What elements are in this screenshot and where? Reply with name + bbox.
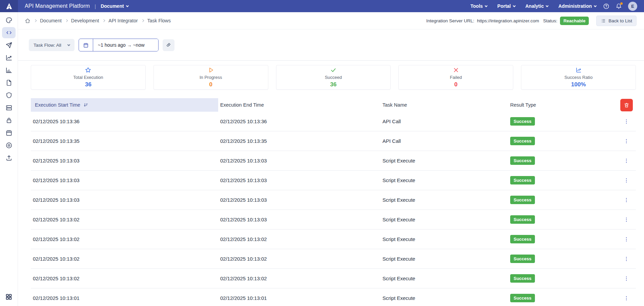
result-type: Success: [508, 176, 617, 184]
sidebar-item-observe[interactable]: [2, 140, 16, 151]
table-row: 02/12/2025 10:13:03 02/12/2025 10:13:03 …: [31, 190, 636, 210]
task-flow-select[interactable]: Task Flow: All: [29, 39, 75, 51]
notifications-button[interactable]: [616, 3, 622, 9]
stat-cards: Total Execution 36 In Progress 0: [31, 65, 636, 90]
sidebar-item-theme[interactable]: [2, 15, 16, 26]
table-body: 02/12/2025 10:13:36 02/12/2025 10:13:36 …: [31, 112, 636, 306]
clear-filters-button[interactable]: [163, 39, 174, 51]
breadcrumb-item[interactable]: Document: [40, 18, 62, 23]
sidebar-item-monitoring[interactable]: [2, 65, 16, 76]
navbar-menu-item[interactable]: Portal: [497, 3, 515, 9]
result-type: Success: [508, 235, 617, 243]
app-title: API Management Platform: [25, 3, 90, 9]
server-url-label: Integration Server URL:: [426, 18, 474, 23]
vertical-dots-icon: [623, 217, 629, 223]
row-actions-button[interactable]: [623, 256, 629, 262]
execution-end-time: 02/12/2025 10:13:03: [218, 158, 380, 163]
execution-start-time: 02/12/2025 10:13:02: [31, 217, 218, 222]
row-actions-button[interactable]: [623, 295, 629, 301]
main-content: Document Development API Integrator Task…: [18, 12, 644, 306]
stat-label: Succeed: [325, 75, 342, 80]
navbar-menu-item[interactable]: Tools: [471, 3, 487, 9]
upload-icon: [5, 154, 13, 161]
table-row: 02/12/2025 10:13:02 02/12/2025 10:13:03 …: [31, 210, 636, 230]
row-actions-button[interactable]: [623, 158, 629, 164]
sidebar-item-export[interactable]: [2, 152, 16, 163]
sidebar-item-security[interactable]: [2, 90, 16, 101]
sidebar-item-schedules[interactable]: [2, 127, 16, 138]
stat-card: Total Execution 36: [31, 65, 146, 90]
execution-start-time: 02/12/2025 10:13:02: [31, 276, 218, 281]
task-name: API Call: [380, 138, 508, 144]
play-icon: [207, 67, 214, 73]
result-type: Success: [508, 137, 617, 145]
row-actions-button[interactable]: [623, 276, 629, 282]
sidebar-item-deploy[interactable]: [2, 40, 16, 51]
stat-value: 36: [85, 81, 91, 88]
content-panel: Task Flow: All: [18, 29, 644, 306]
sidebar-item-development[interactable]: [2, 27, 16, 38]
row-actions-button[interactable]: [623, 138, 629, 144]
date-picker-button[interactable]: [79, 39, 93, 51]
sidebar-item-credentials[interactable]: [2, 115, 16, 126]
execution-end-time: 02/12/2025 10:13:02: [218, 276, 380, 281]
vertical-dots-icon: [623, 138, 629, 144]
navbar-menu-item[interactable]: Administration: [558, 3, 596, 9]
execution-end-time: 02/12/2025 10:13:02: [218, 236, 380, 242]
vertical-dots-icon: [623, 197, 629, 203]
sidebar-item-analytics[interactable]: [2, 52, 16, 63]
stat-value: 0: [454, 81, 457, 88]
x-icon: [453, 67, 459, 73]
chevron-right-icon: [65, 19, 68, 22]
chevron-down-icon: [67, 43, 70, 46]
result-type: Success: [508, 274, 617, 283]
server-url-value: https://integration.apinizer.com: [477, 18, 539, 23]
sidebar-item-documents[interactable]: [2, 77, 16, 88]
navbar-menu-item[interactable]: Analytic: [525, 3, 548, 9]
home-breadcrumb[interactable]: [25, 18, 30, 24]
task-name: Script Execute: [380, 158, 508, 163]
sidebar-item-servers[interactable]: [2, 102, 16, 113]
result-badge: Success: [510, 117, 535, 126]
breadcrumb-item[interactable]: API Integrator: [108, 18, 138, 23]
result-badge: Success: [510, 235, 535, 243]
breadcrumb-item[interactable]: Development: [71, 18, 99, 23]
module-label: Document: [101, 3, 124, 9]
row-actions-button[interactable]: [623, 236, 629, 242]
task-name: Script Execute: [380, 217, 508, 222]
app-logo[interactable]: [0, 0, 18, 12]
back-to-list-label: Back to List: [608, 18, 632, 23]
delete-all-button[interactable]: [620, 99, 633, 111]
row-actions-button[interactable]: [623, 197, 629, 203]
stat-value: 100%: [571, 81, 586, 88]
task-name: Script Execute: [380, 276, 508, 281]
execution-start-time: 02/12/2025 10:13:35: [31, 138, 218, 144]
back-to-list-button[interactable]: Back to List: [596, 16, 637, 26]
task-name: Script Execute: [380, 236, 508, 242]
row-actions-button[interactable]: [623, 217, 629, 223]
left-sidebar: [0, 12, 18, 306]
row-actions-button[interactable]: [623, 177, 629, 183]
result-badge: Success: [510, 274, 535, 283]
vertical-dots-icon: [623, 118, 629, 125]
breadcrumb-item[interactable]: Task Flows: [147, 18, 171, 23]
column-result-type[interactable]: Result Type: [508, 102, 617, 108]
vertical-dots-icon: [623, 236, 629, 242]
filter-bar: Task Flow: All: [29, 39, 644, 51]
sidebar-apps-button[interactable]: [5, 293, 13, 302]
date-range-input[interactable]: [93, 39, 158, 51]
row-actions-button[interactable]: [623, 118, 629, 125]
module-switcher[interactable]: Document: [101, 3, 128, 9]
user-avatar[interactable]: E: [628, 2, 637, 11]
result-badge: Success: [510, 255, 535, 263]
result-badge: Success: [510, 156, 535, 165]
help-button[interactable]: [603, 3, 609, 9]
column-execution-end-time[interactable]: Execution End Time: [218, 102, 380, 108]
chevron-right-icon: [141, 19, 144, 22]
top-navbar: API Management Platform | Document Tools…: [0, 0, 644, 12]
column-task-name[interactable]: Task Name: [380, 102, 508, 108]
star-icon: [85, 67, 91, 73]
chevron-down-icon: [546, 4, 548, 7]
execution-end-time: 02/12/2025 10:13:35: [218, 138, 380, 144]
column-execution-start-time[interactable]: Execution Start Time: [31, 98, 218, 112]
